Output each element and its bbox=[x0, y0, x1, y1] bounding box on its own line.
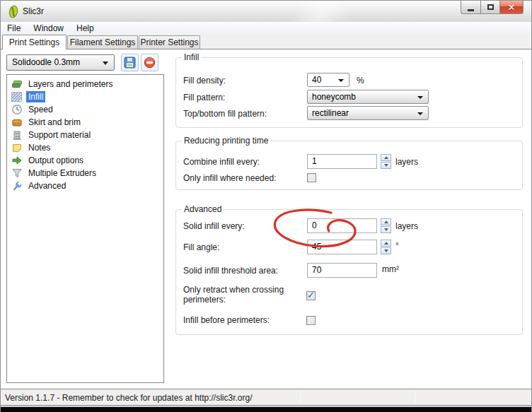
solid-infill-every-field[interactable]: 0 bbox=[307, 218, 377, 233]
fill-pattern-label: Fill pattern: bbox=[183, 93, 225, 102]
spin-up-button[interactable] bbox=[381, 240, 391, 247]
minimize-icon bbox=[468, 9, 474, 11]
status-separator bbox=[415, 392, 415, 403]
layers-icon bbox=[11, 78, 23, 90]
sidebar-item-extruders[interactable]: Multiple Extruders bbox=[8, 167, 161, 179]
triangle-down-icon bbox=[384, 164, 388, 167]
maximize-button[interactable] bbox=[480, 1, 500, 14]
notes-icon bbox=[11, 142, 23, 153]
combine-infill-stepper bbox=[381, 154, 391, 169]
sidebar-item-label: Support material bbox=[26, 129, 93, 141]
only-retract-checkbox[interactable]: ✓ bbox=[306, 291, 316, 300]
preset-value: Solidoodle 0.3mm bbox=[12, 57, 80, 67]
preset-select[interactable]: Solidoodle 0.3mm bbox=[6, 54, 115, 71]
menu-bar: File Window Help bbox=[1, 22, 532, 35]
spin-up-button[interactable] bbox=[381, 154, 391, 161]
fill-pattern-select[interactable]: honeycomb bbox=[307, 90, 429, 104]
maximize-icon bbox=[487, 4, 494, 10]
save-preset-button[interactable] bbox=[121, 54, 139, 71]
close-button[interactable]: ✕ bbox=[499, 1, 524, 14]
sidebar-item-notes[interactable]: Notes bbox=[8, 141, 161, 154]
sidebar-item-label: Infill bbox=[26, 91, 45, 102]
fill-angle-label: Fill angle: bbox=[183, 242, 219, 252]
fill-density-select[interactable]: 40 bbox=[307, 73, 349, 87]
tab-print-settings[interactable]: Print Settings bbox=[2, 35, 66, 49]
fill-angle-stepper bbox=[381, 240, 391, 254]
floppy-save-icon bbox=[124, 57, 136, 69]
fill-angle-unit: ° bbox=[395, 241, 399, 251]
spin-up-button[interactable] bbox=[381, 218, 391, 225]
sidebar-item-layers[interactable]: Layers and perimeters bbox=[8, 78, 161, 90]
solid-infill-every-stepper bbox=[381, 218, 391, 233]
fill-density-label: Fill density: bbox=[183, 76, 226, 86]
only-retract-label: Only retract when crossing perimeters: bbox=[183, 285, 305, 305]
sidebar-item-skirt[interactable]: Skirt and brim bbox=[8, 116, 161, 129]
skirt-icon bbox=[11, 117, 23, 128]
group-title: Infill bbox=[182, 52, 201, 62]
settings-tab-strip: Print Settings Filament Settings Printer… bbox=[1, 35, 532, 49]
group-title: Advanced bbox=[182, 204, 224, 214]
menu-window[interactable]: Window bbox=[27, 22, 70, 35]
triangle-down-icon bbox=[384, 249, 388, 252]
sidebar-item-label: Skirt and brim bbox=[26, 117, 83, 128]
top-bottom-pattern-value: rectilinear bbox=[312, 108, 349, 118]
triangle-up-icon bbox=[384, 156, 388, 159]
sidebar-item-label: Layers and perimeters bbox=[26, 78, 115, 90]
top-bottom-pattern-select[interactable]: rectilinear bbox=[307, 106, 429, 120]
only-infill-where-needed-label: Only infill where needed: bbox=[183, 173, 276, 183]
triangle-up-icon bbox=[384, 220, 388, 223]
minimize-button[interactable] bbox=[461, 1, 481, 14]
speed-icon bbox=[11, 104, 23, 115]
output-icon bbox=[11, 155, 23, 166]
chevron-down-icon bbox=[338, 79, 344, 82]
infill-icon bbox=[11, 91, 23, 102]
chevron-down-icon bbox=[417, 112, 423, 115]
sidebar-item-advanced[interactable]: Advanced bbox=[8, 179, 161, 192]
slic3r-window: Slic3r ✕ File Window Help Print Settings… bbox=[0, 0, 532, 412]
check-icon: ✓ bbox=[307, 290, 315, 300]
solid-infill-every-unit: layers bbox=[395, 221, 418, 231]
solid-infill-every-label: Solid infill every: bbox=[183, 221, 245, 231]
sidebar-item-label: Notes bbox=[26, 142, 52, 153]
solid-infill-threshold-label: Solid infill threshold area: bbox=[183, 266, 278, 276]
infill-before-perimeters-checkbox[interactable]: ✓ bbox=[306, 316, 316, 325]
triangle-down-icon bbox=[384, 228, 388, 231]
chevron-down-icon bbox=[417, 96, 423, 99]
fill-angle-field[interactable]: 45 bbox=[307, 240, 377, 254]
close-icon: ✕ bbox=[508, 3, 516, 12]
menu-file[interactable]: File bbox=[1, 22, 27, 35]
menu-help[interactable]: Help bbox=[70, 22, 100, 35]
settings-category-list: Layers and perimeters Infill Speed Skirt… bbox=[6, 74, 164, 383]
sidebar-item-infill[interactable]: Infill bbox=[8, 90, 161, 103]
combine-infill-unit: layers bbox=[395, 157, 418, 167]
sidebar-item-label: Output options bbox=[26, 155, 86, 166]
sidebar-item-label: Multiple Extruders bbox=[26, 167, 98, 179]
top-bottom-pattern-label: Top/bottom fill pattern: bbox=[183, 109, 267, 119]
fill-pattern-value: honeycomb bbox=[312, 92, 356, 102]
wrench-icon bbox=[11, 180, 23, 192]
spin-down-button[interactable] bbox=[381, 162, 391, 169]
extruders-icon bbox=[11, 167, 23, 179]
solid-infill-threshold-field[interactable]: 70 bbox=[307, 263, 377, 278]
combine-infill-field[interactable]: 1 bbox=[307, 154, 377, 169]
status-text: Version 1.1.7 - Remember to check for up… bbox=[5, 393, 253, 403]
title-bar: Slic3r ✕ bbox=[1, 1, 532, 22]
sidebar-item-speed[interactable]: Speed bbox=[8, 103, 161, 116]
sidebar-item-support[interactable]: Support material bbox=[8, 129, 161, 141]
sidebar-item-output[interactable]: Output options bbox=[8, 154, 161, 167]
window-controls: ✕ bbox=[461, 1, 524, 14]
infill-before-perimeters-label: Infill before perimeters: bbox=[183, 315, 270, 325]
spin-down-button[interactable] bbox=[381, 247, 391, 254]
fill-density-value: 40 bbox=[312, 75, 321, 85]
combine-infill-label: Combine infill every: bbox=[183, 157, 260, 167]
only-infill-where-needed-checkbox[interactable]: ✓ bbox=[307, 173, 316, 182]
slic3r-logo-icon bbox=[8, 5, 19, 18]
status-separator bbox=[300, 392, 301, 403]
spin-down-button[interactable] bbox=[381, 226, 391, 233]
sidebar-item-label: Speed bbox=[26, 104, 55, 115]
solid-infill-threshold-unit: mm² bbox=[382, 264, 399, 274]
tab-filament-settings[interactable]: Filament Settings bbox=[67, 35, 138, 49]
sidebar-item-label: Advanced bbox=[26, 180, 68, 192]
delete-preset-button[interactable] bbox=[141, 54, 158, 71]
tab-printer-settings[interactable]: Printer Settings bbox=[139, 35, 200, 49]
